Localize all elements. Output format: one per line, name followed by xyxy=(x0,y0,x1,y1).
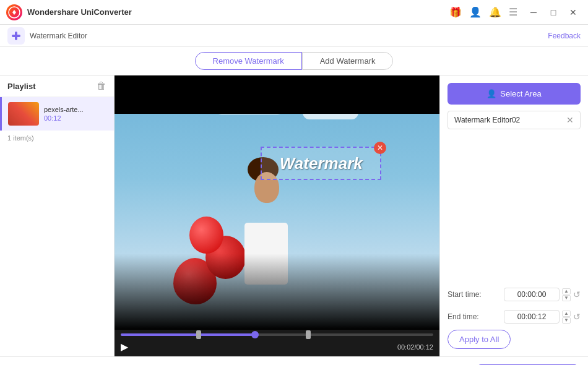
end-time-up[interactable]: ▲ xyxy=(562,311,571,317)
dark-bottom-overlay xyxy=(115,254,439,330)
start-time-input[interactable] xyxy=(504,288,560,301)
start-time-refresh[interactable]: ↺ xyxy=(573,290,581,299)
right-panel: 👤 Select Area Watermark Editor02 ✕ Start… xyxy=(439,75,588,356)
item-info: pexels-arte... 00:12 xyxy=(44,106,84,122)
start-time-up[interactable]: ▲ xyxy=(562,288,571,294)
minimize-button[interactable]: ─ xyxy=(525,4,542,21)
progress-handle-right[interactable] xyxy=(306,330,311,339)
playlist-item[interactable]: pexels-arte... 00:12 xyxy=(0,97,114,131)
start-time-label: Start time: xyxy=(447,290,482,299)
end-time-down[interactable]: ▼ xyxy=(562,317,571,324)
dark-top-overlay xyxy=(115,75,439,114)
video-thumbnail xyxy=(8,102,39,126)
start-time-row: Start time: ▲ ▼ ↺ xyxy=(447,288,581,301)
window-controls: ─ □ ✕ xyxy=(525,4,582,21)
subtitle-bar: Watermark Editor Feedback xyxy=(0,25,588,47)
sidebar-top: Playlist 🗑 xyxy=(0,75,114,97)
end-time-row: End time: ▲ ▼ ↺ xyxy=(447,310,581,324)
tab-remove-watermark[interactable]: Remove Watermark xyxy=(195,52,302,70)
progress-thumb[interactable] xyxy=(251,331,259,338)
gift-icon[interactable]: 🎁 xyxy=(449,6,462,18)
bottom-bar: File Location: F:\Wondershare UniConvert… xyxy=(0,356,588,365)
balloon3 xyxy=(189,217,223,254)
controls-row: ▶ 00:02/00:12 xyxy=(121,341,433,353)
watermark-tag-name: Watermark Editor02 xyxy=(454,116,520,124)
add-file-button[interactable] xyxy=(7,27,25,45)
end-time-refresh[interactable]: ↺ xyxy=(573,312,581,322)
menu-icon[interactable]: ☰ xyxy=(509,6,517,18)
app-title: Wondershare UniConverter xyxy=(27,7,132,17)
center-area: Watermark ✕ ▶ 00:02/00:12 xyxy=(115,75,439,356)
time-display: 00:02/00:12 xyxy=(397,343,433,351)
main-content: Playlist 🗑 pexels-arte... 00:12 1 item(s… xyxy=(0,75,588,356)
title-bar: Wondershare UniConverter 🎁 👤 🔔 ☰ ─ □ ✕ xyxy=(0,0,588,25)
tab-add-watermark[interactable]: Add Watermark xyxy=(302,52,394,70)
user-icon[interactable]: 👤 xyxy=(469,6,482,18)
bell-icon[interactable]: 🔔 xyxy=(489,6,501,18)
progress-handle-left[interactable] xyxy=(196,330,201,339)
item-name: pexels-arte... xyxy=(44,106,84,113)
select-area-button[interactable]: 👤 Select Area xyxy=(447,83,581,105)
progress-fill xyxy=(121,333,255,336)
maximize-button[interactable]: □ xyxy=(545,4,562,21)
svg-rect-2 xyxy=(15,32,17,40)
tab-bar: Remove Watermark Add Watermark xyxy=(0,47,588,75)
watermark-text: Watermark xyxy=(280,154,363,173)
feedback-link[interactable]: Feedback xyxy=(548,32,581,40)
video-controls: ▶ 00:02/00:12 xyxy=(115,330,439,356)
title-bar-controls: 🎁 👤 🔔 ☰ ─ □ ✕ xyxy=(449,4,582,21)
title-bar-left: Wondershare UniConverter xyxy=(6,4,132,20)
playlist-label: Playlist xyxy=(7,82,36,91)
start-time-down[interactable]: ▼ xyxy=(562,295,571,301)
end-time-label: End time: xyxy=(447,312,479,321)
end-time-input[interactable] xyxy=(504,310,560,324)
video-scene: Watermark ✕ xyxy=(115,75,439,330)
subtitle-text: Watermark Editor xyxy=(30,32,87,40)
watermark-close-icon[interactable]: ✕ xyxy=(374,142,386,154)
end-time-input-group: ▲ ▼ ↺ xyxy=(504,310,581,324)
close-button[interactable]: ✕ xyxy=(564,4,582,21)
video-wrapper: Watermark ✕ xyxy=(115,75,439,330)
apply-to-all-button[interactable]: Apply to All xyxy=(447,330,511,349)
delete-icon[interactable]: 🗑 xyxy=(97,80,106,92)
select-area-icon: 👤 xyxy=(486,89,496,98)
item-count: 1 item(s) xyxy=(0,131,114,145)
app-logo xyxy=(6,4,22,20)
watermark-tag-close[interactable]: ✕ xyxy=(566,115,574,125)
sidebar: Playlist 🗑 pexels-arte... 00:12 1 item(s… xyxy=(0,75,115,356)
spacer xyxy=(447,135,581,279)
watermark-selection-box[interactable]: Watermark ✕ xyxy=(261,147,381,180)
play-button[interactable]: ▶ xyxy=(121,341,128,353)
start-time-arrows: ▲ ▼ xyxy=(562,288,571,301)
start-time-input-group: ▲ ▼ ↺ xyxy=(504,288,581,301)
item-duration: 00:12 xyxy=(44,114,84,122)
watermark-tag: Watermark Editor02 ✕ xyxy=(447,111,581,129)
end-time-arrows: ▲ ▼ xyxy=(562,311,571,324)
progress-bar[interactable] xyxy=(121,333,433,336)
